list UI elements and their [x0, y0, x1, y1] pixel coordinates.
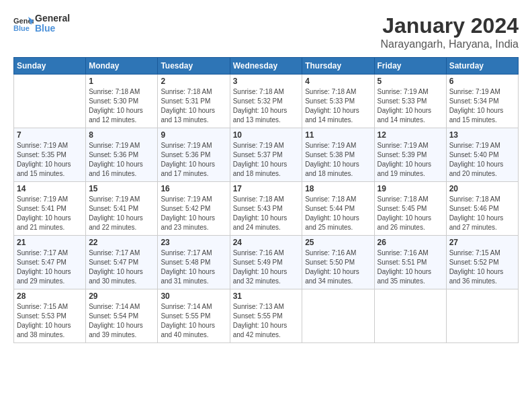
calendar-cell: [302, 289, 374, 343]
logo-blue: Blue: [35, 24, 70, 34]
weekday-header: Saturday: [446, 58, 518, 75]
day-number: 30: [161, 291, 226, 301]
day-number: 24: [233, 238, 300, 247]
day-number: 21: [17, 238, 83, 247]
calendar-cell: 14Sunrise: 7:19 AMSunset: 5:41 PMDayligh…: [14, 182, 86, 236]
day-number: 28: [17, 291, 83, 301]
day-number: 17: [233, 184, 300, 193]
day-info: Sunrise: 7:19 AMSunset: 5:40 PMDaylight:…: [449, 141, 515, 179]
day-number: 5: [378, 77, 443, 86]
day-info: Sunrise: 7:19 AMSunset: 5:36 PMDaylight:…: [161, 141, 226, 179]
day-number: 22: [89, 238, 154, 247]
day-info: Sunrise: 7:14 AMSunset: 5:55 PMDaylight:…: [161, 302, 226, 340]
day-info: Sunrise: 7:19 AMSunset: 5:42 PMDaylight:…: [161, 195, 226, 232]
day-info: Sunrise: 7:19 AMSunset: 5:37 PMDaylight:…: [233, 141, 300, 179]
svg-text:Blue: Blue: [13, 24, 30, 32]
day-number: 14: [17, 184, 83, 193]
day-number: 8: [89, 130, 154, 140]
location-title: Narayangarh, Haryana, India: [381, 38, 519, 50]
day-info: Sunrise: 7:16 AMSunset: 5:51 PMDaylight:…: [378, 248, 443, 286]
day-number: 2: [161, 77, 226, 86]
day-number: 3: [233, 77, 300, 86]
day-number: 25: [305, 238, 371, 247]
day-info: Sunrise: 7:18 AMSunset: 5:32 PMDaylight:…: [233, 87, 300, 125]
logo: General Blue General Blue: [13, 13, 70, 34]
calendar-week-row: 1Sunrise: 7:18 AMSunset: 5:30 PMDaylight…: [14, 75, 519, 128]
day-info: Sunrise: 7:18 AMSunset: 5:44 PMDaylight:…: [305, 195, 371, 232]
day-info: Sunrise: 7:13 AMSunset: 5:55 PMDaylight:…: [233, 302, 300, 340]
calendar-cell: 8Sunrise: 7:19 AMSunset: 5:36 PMDaylight…: [86, 128, 158, 182]
calendar-cell: [14, 75, 86, 128]
calendar-cell: 6Sunrise: 7:19 AMSunset: 5:34 PMDaylight…: [446, 75, 518, 128]
calendar-cell: 30Sunrise: 7:14 AMSunset: 5:55 PMDayligh…: [158, 289, 230, 343]
day-info: Sunrise: 7:17 AMSunset: 5:47 PMDaylight:…: [17, 248, 83, 286]
calendar-cell: 1Sunrise: 7:18 AMSunset: 5:30 PMDaylight…: [86, 75, 158, 128]
calendar-cell: 29Sunrise: 7:14 AMSunset: 5:54 PMDayligh…: [86, 289, 158, 343]
day-info: Sunrise: 7:18 AMSunset: 5:30 PMDaylight:…: [89, 87, 154, 125]
calendar-table: SundayMondayTuesdayWednesdayThursdayFrid…: [13, 57, 519, 343]
day-info: Sunrise: 7:19 AMSunset: 5:35 PMDaylight:…: [17, 141, 83, 179]
main-container: General Blue General Blue January 2024 N…: [0, 0, 532, 350]
day-info: Sunrise: 7:19 AMSunset: 5:41 PMDaylight:…: [89, 195, 154, 232]
day-info: Sunrise: 7:15 AMSunset: 5:53 PMDaylight:…: [17, 302, 83, 340]
weekday-header: Sunday: [14, 58, 86, 75]
day-info: Sunrise: 7:19 AMSunset: 5:36 PMDaylight:…: [89, 141, 154, 179]
calendar-week-row: 28Sunrise: 7:15 AMSunset: 5:53 PMDayligh…: [14, 289, 519, 343]
calendar-cell: 31Sunrise: 7:13 AMSunset: 5:55 PMDayligh…: [230, 289, 302, 343]
logo-icon: General Blue: [13, 15, 34, 32]
month-title: January 2024: [381, 13, 519, 38]
calendar-cell: 27Sunrise: 7:15 AMSunset: 5:52 PMDayligh…: [446, 236, 518, 289]
calendar-cell: 3Sunrise: 7:18 AMSunset: 5:32 PMDaylight…: [230, 75, 302, 128]
day-number: 31: [233, 291, 300, 301]
calendar-cell: 11Sunrise: 7:19 AMSunset: 5:38 PMDayligh…: [302, 128, 374, 182]
calendar-cell: 5Sunrise: 7:19 AMSunset: 5:33 PMDaylight…: [374, 75, 446, 128]
day-number: 13: [449, 130, 515, 140]
day-number: 23: [161, 238, 226, 247]
day-info: Sunrise: 7:16 AMSunset: 5:50 PMDaylight:…: [305, 248, 371, 286]
day-number: 4: [305, 77, 371, 86]
logo-general: General: [35, 13, 70, 24]
day-number: 1: [89, 77, 154, 86]
calendar-cell: 2Sunrise: 7:18 AMSunset: 5:31 PMDaylight…: [158, 75, 230, 128]
calendar-cell: 25Sunrise: 7:16 AMSunset: 5:50 PMDayligh…: [302, 236, 374, 289]
title-block: January 2024 Narayangarh, Haryana, India: [381, 13, 519, 50]
calendar-cell: 19Sunrise: 7:18 AMSunset: 5:45 PMDayligh…: [374, 182, 446, 236]
day-number: 12: [378, 130, 443, 140]
calendar-week-row: 7Sunrise: 7:19 AMSunset: 5:35 PMDaylight…: [14, 128, 519, 182]
weekday-header: Monday: [86, 58, 158, 75]
day-number: 15: [89, 184, 154, 193]
day-number: 16: [161, 184, 226, 193]
weekday-header: Friday: [374, 58, 446, 75]
weekday-header: Wednesday: [230, 58, 302, 75]
calendar-cell: 20Sunrise: 7:18 AMSunset: 5:46 PMDayligh…: [446, 182, 518, 236]
day-info: Sunrise: 7:17 AMSunset: 5:47 PMDaylight:…: [89, 248, 154, 286]
calendar-cell: 26Sunrise: 7:16 AMSunset: 5:51 PMDayligh…: [374, 236, 446, 289]
day-info: Sunrise: 7:19 AMSunset: 5:33 PMDaylight:…: [378, 87, 443, 125]
day-number: 20: [449, 184, 515, 193]
calendar-cell: 16Sunrise: 7:19 AMSunset: 5:42 PMDayligh…: [158, 182, 230, 236]
calendar-week-row: 21Sunrise: 7:17 AMSunset: 5:47 PMDayligh…: [14, 236, 519, 289]
calendar-cell: 23Sunrise: 7:17 AMSunset: 5:48 PMDayligh…: [158, 236, 230, 289]
calendar-cell: 22Sunrise: 7:17 AMSunset: 5:47 PMDayligh…: [86, 236, 158, 289]
day-info: Sunrise: 7:18 AMSunset: 5:45 PMDaylight:…: [378, 195, 443, 232]
day-number: 6: [449, 77, 515, 86]
header-row: SundayMondayTuesdayWednesdayThursdayFrid…: [14, 58, 519, 75]
calendar-cell: 7Sunrise: 7:19 AMSunset: 5:35 PMDaylight…: [14, 128, 86, 182]
calendar-header: General Blue General Blue January 2024 N…: [13, 13, 519, 50]
calendar-cell: 17Sunrise: 7:18 AMSunset: 5:43 PMDayligh…: [230, 182, 302, 236]
calendar-cell: 4Sunrise: 7:18 AMSunset: 5:33 PMDaylight…: [302, 75, 374, 128]
day-info: Sunrise: 7:19 AMSunset: 5:39 PMDaylight:…: [378, 141, 443, 179]
day-number: 18: [305, 184, 371, 193]
day-info: Sunrise: 7:19 AMSunset: 5:34 PMDaylight:…: [449, 87, 515, 125]
day-info: Sunrise: 7:15 AMSunset: 5:52 PMDaylight:…: [449, 248, 515, 286]
day-info: Sunrise: 7:19 AMSunset: 5:41 PMDaylight:…: [17, 195, 83, 232]
day-number: 29: [89, 291, 154, 301]
calendar-cell: [374, 289, 446, 343]
calendar-cell: [446, 289, 518, 343]
day-number: 11: [305, 130, 371, 140]
calendar-cell: 13Sunrise: 7:19 AMSunset: 5:40 PMDayligh…: [446, 128, 518, 182]
day-number: 27: [449, 238, 515, 247]
day-info: Sunrise: 7:19 AMSunset: 5:38 PMDaylight:…: [305, 141, 371, 179]
weekday-header: Thursday: [302, 58, 374, 75]
day-number: 7: [17, 130, 83, 140]
